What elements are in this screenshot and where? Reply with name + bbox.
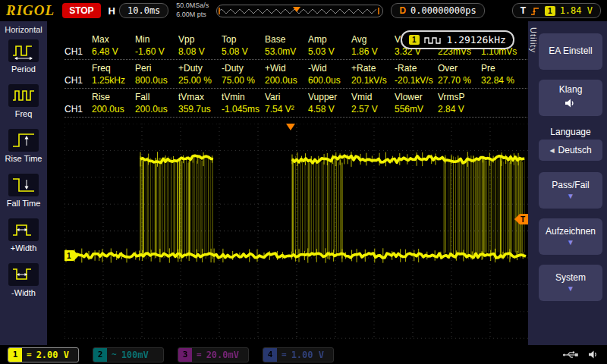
- measurement-header: +Rate: [351, 63, 395, 74]
- menu-title-utility: Utility: [529, 27, 538, 53]
- fall-time-icon: [8, 174, 39, 196]
- measurement-header: +Duty: [178, 63, 222, 74]
- sidebar-item-fall-time[interactable]: Fall Time: [0, 174, 47, 208]
- menu-button-ea-einstell[interactable]: EA Einstell: [539, 33, 602, 70]
- channel-row-label: CH1: [64, 104, 92, 115]
- sample-rate: 50.0MSa/s: [176, 2, 209, 11]
- measurement-header: Avg: [351, 34, 395, 45]
- measurement-header: Pre: [481, 63, 524, 74]
- measurement-value: 800.0us: [135, 75, 178, 86]
- trigger-level-value: 1.84 V: [560, 5, 593, 16]
- measurement-value: 32.84 %: [481, 75, 524, 86]
- menu-button-klang[interactable]: Klang: [539, 80, 602, 116]
- measurement-header: Max: [92, 34, 135, 45]
- measurement-header: Top: [222, 34, 265, 45]
- measurement-value: 20.1kV/s: [351, 75, 395, 86]
- menu-label: System: [555, 273, 586, 284]
- sidebar-item-width[interactable]: +Width: [0, 218, 47, 253]
- svg-text:T: T: [521, 215, 525, 224]
- measurement-header: Vari: [265, 92, 308, 102]
- menu-value: Deutsch: [558, 145, 592, 155]
- measurement-value: 8.08 V: [178, 46, 222, 57]
- channel-3-badge[interactable]: 3=20.0mV: [178, 347, 249, 362]
- menu-label: Klang: [559, 85, 583, 96]
- measurement-value: 359.7us: [178, 104, 222, 115]
- run-state-badge[interactable]: STOP: [62, 3, 100, 18]
- menu-button-language[interactable]: Language◀Deutsch: [539, 126, 602, 162]
- trigger-box[interactable]: T 1 1.84 V: [512, 3, 601, 18]
- measurement-header: Vmid: [351, 92, 395, 102]
- chevron-down-icon: ▼: [567, 285, 574, 293]
- rise-time-icon: [8, 129, 39, 152]
- period-icon: [8, 39, 39, 62]
- measurement-header: Over: [438, 63, 481, 74]
- brand-logo: RIGOL: [6, 2, 55, 19]
- measurement-header: Peri: [135, 63, 178, 74]
- measurement-value: 5.03 V: [308, 46, 351, 57]
- measurement-header: Fall: [135, 92, 178, 102]
- measurement-header: tVmin: [222, 92, 265, 102]
- timebase-value[interactable]: 10.0ms: [119, 3, 168, 18]
- acquisition-info: 50.0MSa/s 6.00M pts: [176, 2, 209, 19]
- measurement-value: 53.0mV: [265, 46, 308, 57]
- measurement-value: 2.57 V: [351, 104, 395, 115]
- measurement-value: 556mV: [395, 104, 438, 115]
- status-icons: [562, 350, 599, 359]
- channel-number: 4: [263, 348, 277, 362]
- menu-button-system[interactable]: System▼: [539, 265, 602, 301]
- waveform-overview-strip[interactable]: [216, 5, 383, 17]
- measurement-header-row: FreqPeri+Duty-Duty+Wid-Wid+Rate-RateOver…: [64, 62, 529, 74]
- top-bar: RIGOL STOP H 10.0ms 50.0MSa/s 6.00M pts …: [0, 0, 607, 21]
- delay-box[interactable]: D 0.00000000ps: [391, 3, 484, 18]
- measurement-header-row: RiseFalltVmaxtVminVariVupperVmidVlowerVr…: [64, 91, 529, 103]
- oscilloscope-screen: RIGOL STOP H 10.0ms 50.0MSa/s 6.00M pts …: [0, 0, 607, 364]
- coupling-symbol: =: [197, 350, 202, 359]
- measurement-header: Amp: [308, 34, 351, 45]
- measurement-value: 200.0us: [92, 104, 135, 115]
- channel-2-badge[interactable]: 2~100mV: [93, 347, 164, 362]
- measurement-header: tVmax: [178, 92, 222, 102]
- menu-label: Aufzeichnen: [546, 227, 596, 237]
- measurement-header: Vpp: [178, 34, 222, 45]
- measurement-value: 5.08 V: [222, 46, 265, 57]
- measurement-value: 25.00 %: [178, 75, 222, 86]
- chevron-down-icon: ▼: [567, 239, 574, 246]
- square-wave-icon: [424, 36, 442, 44]
- measurement-value-row: CH11.25kHz800.0us25.00 %75.00 %200.0us60…: [64, 74, 529, 89]
- sidebar-item-label: Freq: [0, 109, 47, 118]
- measurement-header: -Rate: [395, 63, 438, 74]
- menu-button-aufzeichnen[interactable]: Aufzeichnen▼: [539, 218, 602, 255]
- measurement-value: 4.58 V: [308, 104, 351, 115]
- sidebar-item-freq[interactable]: Freq: [0, 84, 47, 118]
- channel-number: 1: [8, 348, 22, 362]
- channel-scale: 100mV: [121, 350, 163, 360]
- frequency-counter-badge: 1 1.29126kHz: [401, 30, 514, 49]
- sidebar-item-label: +Width: [0, 243, 47, 253]
- plus-width-icon: [8, 218, 39, 241]
- channel-scale: 2.00 V: [36, 350, 78, 360]
- sidebar-item-label: Period: [0, 64, 47, 74]
- chevron-down-icon: ▼: [567, 193, 574, 200]
- waveform-display[interactable]: 1T: [64, 124, 529, 339]
- submenu-arrow-icon: ◀: [549, 147, 554, 154]
- sidebar-item-label: -Width: [0, 288, 47, 297]
- delay-value: 0.00000000ps: [410, 5, 476, 16]
- measurement-value: 1.25kHz: [92, 75, 135, 86]
- overview-wave-icon: [217, 6, 381, 16]
- usb-icon: [562, 350, 579, 359]
- menu-button-pass-fail[interactable]: Pass/Fail▼: [539, 172, 602, 209]
- menu-label: Pass/Fail: [552, 180, 589, 191]
- speaker-icon[interactable]: [588, 350, 599, 359]
- sidebar-item-width[interactable]: -Width: [0, 263, 47, 297]
- sidebar-item-rise-time[interactable]: Rise Time: [0, 129, 47, 163]
- measurement-value: 600.0us: [308, 75, 351, 86]
- delay-label: D: [399, 5, 406, 16]
- coupling-symbol: =: [27, 350, 32, 359]
- left-sidebar: Horizontal PeriodFreqRise TimeFall Time+…: [0, 21, 47, 345]
- sidebar-item-period[interactable]: Period: [0, 39, 47, 74]
- freq-channel-badge: 1: [409, 35, 420, 45]
- measurement-header: Vlower: [395, 92, 438, 102]
- channel-1-badge[interactable]: 1=2.00 V: [8, 347, 79, 362]
- channel-4-badge[interactable]: 4=1.00 V: [263, 347, 334, 362]
- right-sidebar: Utility EA EinstellKlangLanguage◀Deutsch…: [528, 21, 607, 345]
